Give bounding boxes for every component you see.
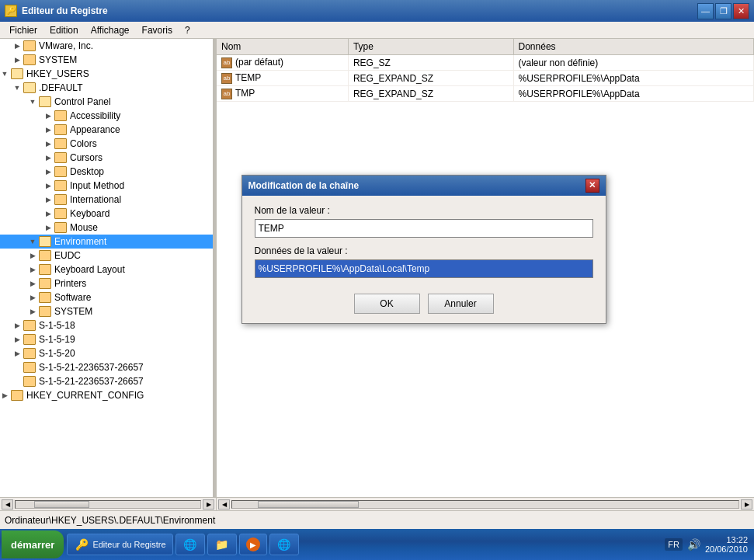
folder-icon: [23, 82, 36, 93]
expand-icon: ▶: [43, 139, 53, 148]
menu-affichage[interactable]: Affichage: [85, 23, 136, 37]
tree-item-label: HKEY_USERS: [26, 68, 89, 79]
tree-item-label: Accessibility: [70, 110, 120, 121]
expand-icon: ▶: [12, 335, 22, 344]
tree-hscroll[interactable]: ◀ ▶: [0, 498, 217, 510]
ok-button[interactable]: OK: [354, 294, 420, 314]
expand-icon: [12, 363, 22, 372]
tree-item-label: Mouse: [70, 222, 98, 233]
tree-item[interactable]: ▼HKEY_USERS: [0, 67, 213, 81]
folder-icon: [23, 348, 36, 359]
tree-item[interactable]: ▶Desktop: [0, 165, 213, 179]
table-row[interactable]: abTMPREG_EXPAND_SZ%USERPROFILE%\AppData: [217, 86, 754, 102]
taskbar-explorer[interactable]: 📁: [207, 534, 237, 555]
tree-item-label: .DEFAULT: [39, 82, 82, 93]
tree-item[interactable]: ▶Accessibility: [0, 109, 213, 123]
minimize-button[interactable]: —: [697, 3, 714, 19]
tree-scroll-thumb[interactable]: [34, 501, 89, 508]
start-button[interactable]: démarrer: [2, 530, 64, 558]
tree-item[interactable]: ▶S-1-5-20: [0, 346, 213, 360]
tree-item[interactable]: ▶Software: [0, 290, 213, 304]
tree-item[interactable]: ▶Appearance: [0, 123, 213, 137]
folder-icon: [54, 222, 67, 233]
tree-item-label: S-1-5-21-2236537-26657: [39, 362, 144, 373]
col-data: Données: [513, 39, 753, 55]
value-name: abTEMP: [217, 71, 348, 86]
tree-item[interactable]: S-1-5-21-2236537-26657: [0, 374, 213, 388]
start-label: démarrer: [11, 539, 54, 551]
expand-icon: ▶: [43, 181, 53, 190]
tree-item[interactable]: ▶S-1-5-19: [0, 332, 213, 346]
values-scroll-track[interactable]: [231, 500, 739, 509]
tree-item[interactable]: ▶Keyboard Layout: [0, 263, 213, 277]
tree-item[interactable]: ▶Colors: [0, 137, 213, 151]
value-name: ab(par défaut): [217, 55, 348, 71]
expand-icon: ▶: [12, 349, 22, 358]
dialog-buttons: OK Annuler: [255, 294, 593, 314]
tree-item[interactable]: ▶HKEY_CURRENT_CONFIG: [0, 388, 213, 402]
value-data: (valeur non définie): [513, 55, 753, 71]
expand-icon: ▶: [0, 391, 9, 400]
folder-icon: [11, 68, 23, 79]
menu-fichier[interactable]: Fichier: [3, 23, 43, 37]
network-icon: 🌐: [276, 537, 292, 552]
values-scroll-right[interactable]: ▶: [741, 499, 752, 510]
menu-bar: Fichier Edition Affichage Favoris ?: [0, 22, 754, 39]
menu-help[interactable]: ?: [179, 23, 196, 37]
taskbar-ie[interactable]: 🌐: [175, 534, 205, 555]
registry-tree[interactable]: ▶VMware, Inc.▶SYSTEM▼HKEY_USERS▼.DEFAULT…: [0, 39, 214, 497]
taskbar-media[interactable]: ▶: [239, 534, 267, 555]
reg-type-icon: ab: [221, 89, 232, 99]
tree-scroll-track[interactable]: [15, 500, 201, 509]
folder-icon: [23, 362, 36, 373]
tree-item[interactable]: ▶Input Method: [0, 179, 213, 193]
close-button[interactable]: ✕: [733, 3, 749, 19]
tree-item[interactable]: ▶Cursors: [0, 151, 213, 165]
tree-item[interactable]: S-1-5-21-2236537-26657: [0, 360, 213, 374]
dialog-close-button[interactable]: ✕: [585, 179, 599, 193]
values-scroll-left[interactable]: ◀: [218, 499, 230, 510]
tree-item[interactable]: ▶SYSTEM: [0, 53, 213, 67]
expand-icon: [12, 377, 22, 386]
data-input[interactable]: [255, 259, 593, 278]
taskbar-network[interactable]: 🌐: [269, 534, 299, 555]
value-data: %USERPROFILE%\AppData: [513, 86, 753, 102]
folder-icon: [11, 390, 23, 401]
tree-item[interactable]: ▶VMware, Inc.: [0, 39, 213, 53]
expand-icon: ▶: [12, 41, 22, 50]
taskbar-regedit[interactable]: 🔑 Editeur du Registre: [67, 534, 172, 555]
table-row[interactable]: abTEMPREG_EXPAND_SZ%USERPROFILE%\AppData: [217, 71, 754, 86]
folder-icon: [39, 96, 51, 107]
values-hscroll[interactable]: ◀ ▶: [217, 498, 754, 510]
menu-edition[interactable]: Edition: [43, 23, 85, 37]
tree-item[interactable]: ▶S-1-5-18: [0, 318, 213, 332]
name-input[interactable]: [255, 219, 593, 238]
scroll-left-arrow[interactable]: ◀: [2, 499, 13, 510]
tree-item-label: Keyboard Layout: [54, 264, 125, 275]
value-type: REG_SZ: [348, 55, 513, 71]
tree-item[interactable]: ▶International: [0, 193, 213, 207]
tree-item[interactable]: ▼.DEFAULT: [0, 81, 213, 95]
scroll-right-arrow[interactable]: ▶: [203, 499, 214, 510]
tree-item-label: Desktop: [70, 166, 104, 177]
media-icon: ▶: [246, 537, 260, 551]
expand-icon: ▼: [28, 97, 37, 106]
col-type: Type: [348, 39, 513, 55]
tree-item[interactable]: ▼Control Panel: [0, 95, 213, 109]
taskbar-right: FR 🔊 13:22 20/06/2010: [660, 535, 752, 554]
cancel-button[interactable]: Annuler: [428, 294, 494, 314]
expand-icon: ▶: [43, 125, 53, 134]
table-row[interactable]: ab(par défaut)REG_SZ(valeur non définie): [217, 55, 754, 71]
tree-item[interactable]: ▶Printers: [0, 277, 213, 290]
tree-item[interactable]: ▶Keyboard: [0, 207, 213, 221]
values-scroll-thumb[interactable]: [258, 501, 359, 508]
value-name: abTMP: [217, 86, 348, 102]
tree-item[interactable]: ▶Mouse: [0, 221, 213, 235]
folder-icon: [39, 236, 51, 247]
tree-item[interactable]: ▶EUDC: [0, 249, 213, 263]
app-icon: 🔑: [5, 5, 17, 17]
tree-item[interactable]: ▼Environment: [0, 235, 213, 249]
maximize-button[interactable]: ❐: [715, 3, 731, 19]
tree-item[interactable]: ▶SYSTEM: [0, 304, 213, 318]
menu-favoris[interactable]: Favoris: [136, 23, 179, 37]
